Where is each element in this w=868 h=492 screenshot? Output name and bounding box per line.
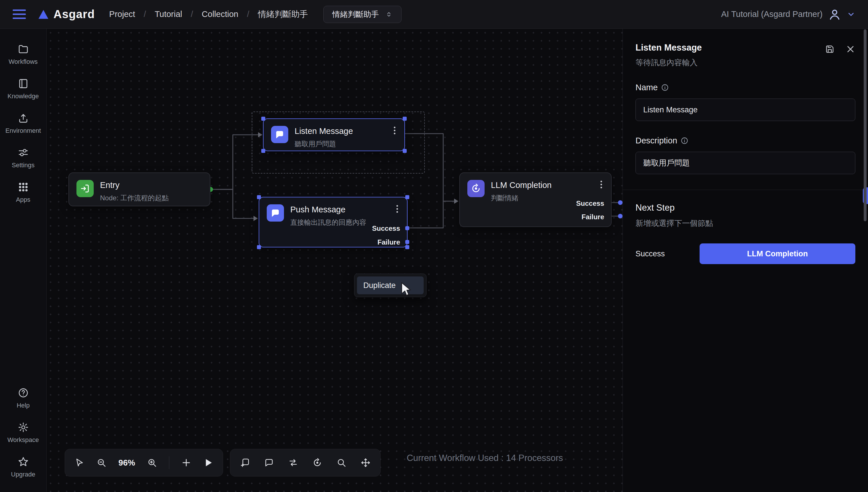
message-node-icon: [271, 126, 288, 143]
resize-handle[interactable]: [403, 117, 407, 121]
breadcrumb-item-project[interactable]: Project: [109, 9, 135, 19]
run-workflow-icon[interactable]: [203, 458, 213, 468]
account-area: AI Tutorial (Asgard Partner): [721, 8, 855, 21]
context-menu-item-duplicate[interactable]: Duplicate: [357, 276, 424, 294]
logo-triangle-icon: [38, 9, 49, 19]
fit-view-icon[interactable]: [361, 458, 371, 468]
port-failure-label: Failure: [377, 238, 400, 246]
sidebar-item-label: Knowledge: [7, 93, 39, 100]
sidebar-item-knowledge[interactable]: Knowledge: [0, 72, 46, 106]
app-logo[interactable]: Asgard: [38, 8, 95, 21]
panel-scrollbar[interactable]: [864, 29, 867, 221]
pointer-tool-icon[interactable]: [75, 458, 84, 468]
topbar: Asgard Project / Tutorial / Collection /…: [0, 0, 868, 29]
avatar[interactable]: [828, 8, 841, 21]
info-icon: [680, 137, 688, 145]
app-window: Asgard Project / Tutorial / Collection /…: [0, 0, 868, 492]
save-icon[interactable]: [825, 44, 835, 54]
sidebar-item-apps[interactable]: Apps: [0, 175, 46, 210]
add-message-node-icon[interactable]: [264, 458, 274, 468]
add-llm-node-icon[interactable]: [313, 458, 322, 468]
mouse-cursor: [401, 282, 413, 298]
add-icon[interactable]: [181, 458, 191, 468]
sliders-icon: [18, 147, 29, 158]
port-success-label: Success: [576, 199, 604, 207]
resize-handle[interactable]: [405, 245, 409, 249]
name-input[interactable]: [636, 99, 855, 121]
sidebar-item-label: Workflows: [9, 58, 38, 66]
swap-arrows-icon[interactable]: [288, 458, 298, 468]
resize-handle[interactable]: [261, 117, 265, 121]
sidebar-item-label: Upgrade: [11, 471, 35, 478]
zoom-level[interactable]: 96%: [118, 458, 135, 468]
sidebar-item-workflows[interactable]: Workflows: [0, 38, 46, 72]
breadcrumb-item-workflow[interactable]: 情緒判斷助手: [258, 9, 308, 20]
workflow-selector[interactable]: 情緒判斷助手: [323, 6, 401, 23]
node-subtitle: 判斷情緒: [491, 193, 551, 203]
sidebar-item-label: Apps: [16, 196, 30, 203]
breadcrumb: Project / Tutorial / Collection / 情緒判斷助手: [109, 9, 308, 20]
resize-handle[interactable]: [257, 195, 261, 199]
node-subtitle: Node: 工作流程的起點: [100, 193, 169, 203]
folder-icon: [18, 44, 29, 55]
chevron-down-icon[interactable]: [847, 10, 855, 19]
breadcrumb-separator: /: [191, 9, 193, 19]
resize-handle[interactable]: [261, 149, 265, 153]
entry-node-icon: [76, 180, 94, 197]
apps-grid-icon: [18, 181, 29, 193]
breadcrumb-item-tutorial[interactable]: Tutorial: [155, 9, 182, 19]
node-menu-icon[interactable]: [392, 204, 402, 215]
upload-icon: [18, 113, 29, 124]
sidebar-item-settings[interactable]: Settings: [0, 141, 46, 175]
sidebar-item-upgrade[interactable]: Upgrade: [0, 450, 46, 485]
resize-handle[interactable]: [405, 195, 409, 199]
node-inspector-panel: Listen Message 等待訊息內容輸入 Name Description: [623, 29, 868, 492]
resize-handle[interactable]: [257, 245, 261, 249]
add-entry-node-icon[interactable]: [240, 458, 250, 468]
sidebar-item-label: Settings: [12, 162, 35, 169]
sort-chevrons-icon: [385, 10, 393, 18]
panel-divider: [623, 190, 868, 190]
node-subtitle: 直接輸出訊息的回應內容: [290, 218, 366, 227]
book-icon: [18, 78, 29, 89]
description-field-label: Description: [636, 136, 855, 145]
processor-usage-status: Current Workflow Used : 14 Processors: [407, 453, 563, 463]
menu-icon[interactable]: [13, 9, 26, 19]
port-failure-label: Failure: [581, 213, 604, 221]
node-menu-icon[interactable]: [596, 179, 606, 191]
llm-node-icon: [467, 180, 485, 197]
sidebar-item-label: Environment: [5, 127, 41, 134]
node-listen-message[interactable]: Listen Message 聽取用戶問題: [263, 118, 405, 151]
resize-handle[interactable]: [403, 149, 407, 153]
breadcrumb-separator: /: [144, 9, 146, 19]
port-success-label: Success: [372, 224, 400, 232]
port-success-dot[interactable]: [405, 226, 409, 230]
node-title: Listen Message: [295, 126, 353, 136]
search-icon[interactable]: [337, 458, 346, 468]
panel-title: Listen Message: [636, 43, 702, 53]
message-node-icon: [267, 204, 284, 222]
sidebar: Workflows Knowledge Environment Settings…: [0, 29, 47, 492]
logo-text: Asgard: [53, 8, 95, 21]
account-label: AI Tutorial (Asgard Partner): [721, 9, 823, 19]
star-icon: [18, 457, 29, 467]
zoom-in-icon[interactable]: [147, 458, 157, 468]
port-failure-dot[interactable]: [405, 240, 409, 244]
next-step-target-button[interactable]: LLM Completion: [700, 243, 855, 264]
help-icon: [18, 387, 29, 398]
node-entry[interactable]: Entry Node: 工作流程的起點: [68, 172, 210, 206]
close-icon[interactable]: [846, 44, 855, 54]
node-llm-completion[interactable]: LLM Completion 判斷情緒 Success Failure: [459, 172, 612, 227]
breadcrumb-item-collection[interactable]: Collection: [202, 9, 238, 19]
name-field-label: Name: [636, 83, 855, 92]
sidebar-item-environment[interactable]: Environment: [0, 106, 46, 141]
next-step-title: Next Step: [636, 203, 855, 213]
node-push-message[interactable]: Push Message 直接輸出訊息的回應內容 Success Failure: [259, 197, 407, 247]
workflow-selector-value: 情緒判斷助手: [332, 9, 379, 20]
node-menu-icon[interactable]: [390, 125, 400, 137]
sidebar-item-workspace[interactable]: Workspace: [0, 416, 46, 450]
zoom-out-icon[interactable]: [97, 458, 106, 468]
info-icon: [661, 83, 669, 91]
description-input[interactable]: [636, 152, 855, 174]
sidebar-item-help[interactable]: Help: [0, 381, 46, 416]
